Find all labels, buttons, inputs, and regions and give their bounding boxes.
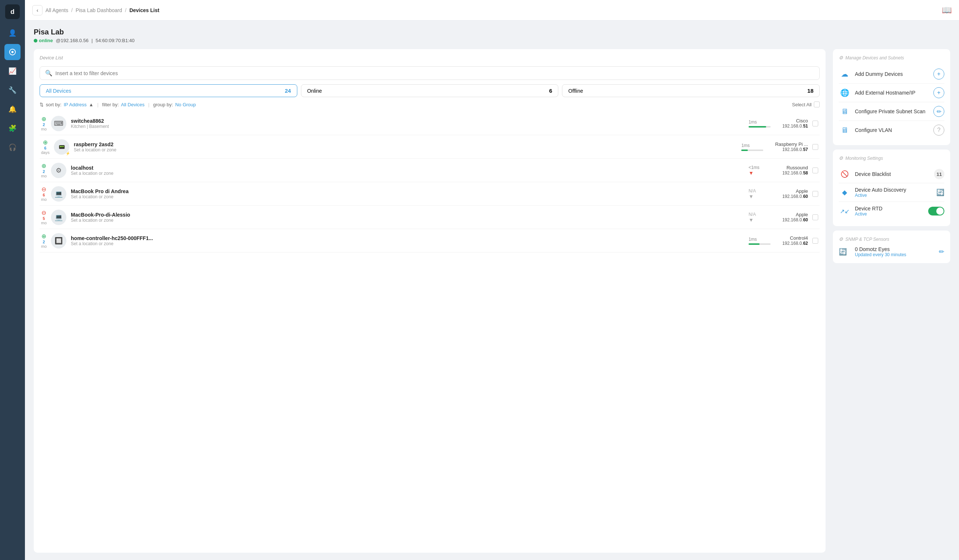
- device-checkbox[interactable]: [812, 191, 818, 197]
- configure-vlan-button[interactable]: ?: [934, 125, 944, 135]
- device-list-panel: Device List 🔍 All Devices 24 Online 6: [34, 49, 825, 553]
- refresh-icon[interactable]: 🔄: [936, 188, 944, 196]
- device-icon: 💻: [51, 186, 66, 202]
- device-meta: Control4 192.168.0.62: [782, 235, 808, 246]
- device-age: ⊕ 2 mo: [41, 233, 46, 248]
- group-by-value[interactable]: No Group: [175, 102, 196, 107]
- search-box[interactable]: 🔍: [40, 66, 820, 80]
- age-unit: mo: [41, 127, 46, 131]
- sidebar-item-dashboard[interactable]: [5, 44, 21, 60]
- age-value: 5: [43, 216, 45, 221]
- device-ping: N/A ▼: [749, 188, 778, 199]
- sidebar-item-agents[interactable]: 👤: [5, 25, 21, 41]
- auto-discovery-row: ◆ Device Auto Discovery Active 🔄: [839, 183, 944, 202]
- rtd-main[interactable]: Device RTD: [855, 205, 924, 212]
- device-meta: Raspberry Pi ... 192.168.0.57: [775, 142, 808, 152]
- device-ping: 1ms: [749, 237, 778, 245]
- sort-bar: ⇅ sort by: IP Address ▲ | filter by: All…: [40, 102, 820, 107]
- tab-offline-count: 18: [807, 88, 814, 94]
- status-text: online: [39, 38, 53, 43]
- ping-value: 1ms: [749, 119, 757, 125]
- snmp-label: SNMP & TCP Sensors: [845, 237, 889, 242]
- age-unit: mo: [41, 221, 46, 225]
- vlan-icon: 🖥: [839, 126, 851, 135]
- ping-na-arrow: ▼: [749, 217, 754, 223]
- device-meta: Cisco 192.168.0.51: [782, 118, 808, 129]
- device-checkbox[interactable]: [812, 167, 818, 173]
- device-age: ⊕ 6 days: [41, 139, 49, 155]
- device-ip: 192.168.0.62: [782, 241, 808, 246]
- device-name[interactable]: switchea8862: [71, 118, 744, 124]
- breadcrumb-all-agents[interactable]: All Agents: [45, 7, 68, 13]
- device-name[interactable]: raspberry 2asd2: [74, 142, 737, 147]
- age-value: 6: [45, 146, 46, 150]
- device-location: Set a location or zone: [71, 171, 744, 176]
- device-vendor: Cisco: [782, 118, 808, 124]
- status-up-icon: ⊕: [41, 115, 46, 123]
- sidebar-item-support[interactable]: 🎧: [5, 139, 21, 155]
- sidebar-item-tools[interactable]: 🔧: [5, 82, 21, 98]
- add-hostname-button[interactable]: +: [934, 87, 944, 98]
- tab-all-devices[interactable]: All Devices 24: [40, 84, 297, 97]
- search-input[interactable]: [55, 70, 814, 76]
- device-icon: 💻: [51, 210, 66, 225]
- manage-heading: ⚙ Manage Devices and Subnets: [839, 55, 944, 60]
- breadcrumb-pisa-lab[interactable]: Pisa Lab Dashboard: [75, 7, 122, 13]
- back-button[interactable]: ‹: [32, 5, 43, 15]
- device-checkbox[interactable]: [812, 144, 818, 150]
- topnav: ‹ All Agents / Pisa Lab Dashboard / Devi…: [25, 0, 959, 21]
- device-checkbox[interactable]: [812, 215, 818, 220]
- device-ping: N/A ▼: [749, 212, 778, 223]
- sidebar-item-analytics[interactable]: 📈: [5, 63, 21, 79]
- tab-offline[interactable]: Offline 18: [562, 84, 820, 97]
- group-by-label: group by:: [153, 102, 173, 107]
- status-dot: [34, 39, 37, 43]
- search-icon: 🔍: [45, 70, 53, 76]
- sort-by-label: sort by:: [46, 102, 62, 107]
- device-checkbox[interactable]: [812, 121, 818, 126]
- age-value: 2: [43, 123, 45, 127]
- rtd-toggle[interactable]: [928, 207, 944, 215]
- add-dummy-label: Add Dummy Devices: [855, 71, 929, 77]
- blacklist-label: Device Blacklist: [855, 171, 930, 177]
- tab-all-label: All Devices: [46, 88, 71, 94]
- device-meta: Russound 192.168.0.58: [782, 165, 808, 175]
- domotz-main[interactable]: 0 Domotz Eyes: [855, 246, 934, 252]
- device-name[interactable]: MacBook Pro di Andrea: [71, 188, 744, 194]
- gear-icon: ⚙: [839, 55, 843, 60]
- add-dummy-button[interactable]: +: [934, 68, 944, 80]
- sort-by-value[interactable]: IP Address: [64, 102, 87, 107]
- select-all-checkbox[interactable]: [814, 102, 820, 107]
- configure-subnet-button[interactable]: ✏: [934, 106, 944, 117]
- device-name[interactable]: localhost: [71, 165, 744, 171]
- device-name[interactable]: home-controller-hc250-000FFF1...: [71, 235, 744, 241]
- sidebar-item-plugins[interactable]: 🧩: [5, 120, 21, 136]
- help-icon[interactable]: 📖: [942, 5, 952, 15]
- status-down-icon: ⊖: [41, 186, 46, 193]
- device-checkbox[interactable]: [812, 238, 818, 244]
- discovery-main[interactable]: Device Auto Discovery: [855, 187, 932, 193]
- device-ping: 1ms: [749, 119, 778, 127]
- device-list: ⊕ 2 mo ⌨ switchea8862 Kitchen | Basement…: [40, 112, 820, 547]
- status-down-icon: ⊖: [41, 209, 46, 216]
- age-unit: mo: [41, 197, 46, 202]
- device-location: Set a location or zone: [71, 241, 744, 246]
- device-list-label: Device List: [40, 55, 820, 60]
- add-hostname-label: Add External Hostname/IP: [855, 90, 929, 95]
- blacklist-main[interactable]: Device Blacklist: [855, 171, 930, 177]
- domotz-edit-icon[interactable]: ✏: [939, 248, 944, 256]
- status-badge: online: [34, 38, 53, 43]
- device-name[interactable]: MacBook-Pro-di-Alessio: [71, 212, 744, 218]
- app-logo: d: [5, 5, 20, 19]
- ping-value: 1ms: [741, 143, 750, 148]
- gear-icon: ⚙: [839, 155, 843, 161]
- tab-offline-label: Offline: [568, 88, 583, 94]
- device-location: Set a location or zone: [74, 147, 737, 153]
- age-unit: mo: [41, 244, 46, 248]
- domotz-row: 🔄 0 Domotz Eyes Updated every 30 minutes…: [839, 246, 944, 257]
- sidebar-item-alerts[interactable]: 🔔: [5, 101, 21, 117]
- monitoring-section: ⚙ Monitoring Settings 🚫 Device Blacklist…: [833, 150, 950, 226]
- filter-by-value[interactable]: All Devices: [121, 102, 145, 107]
- tab-online[interactable]: Online 6: [301, 84, 559, 97]
- filter-by-label: filter by:: [102, 102, 119, 107]
